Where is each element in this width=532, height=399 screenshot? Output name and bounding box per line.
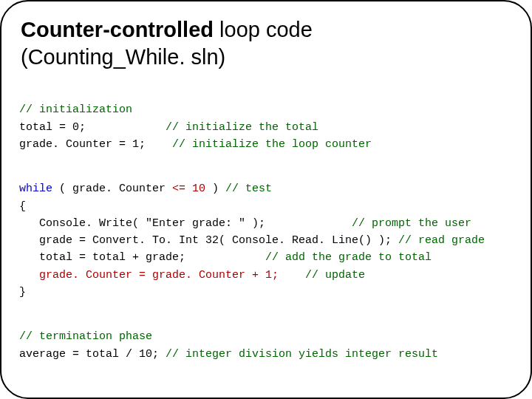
loop-read: grade = Convert. To. Int 32( Console. Re…: [19, 234, 398, 247]
term-comment: // termination phase: [19, 330, 152, 343]
slide-container: Counter-controlled loop code (Counting_W…: [0, 0, 532, 399]
title-after-bold: loop code: [214, 18, 313, 41]
code-init-block: // initialization total = 0; // initiali…: [19, 84, 513, 153]
brace-close: }: [19, 286, 26, 299]
loop-add: total = total + grade;: [19, 251, 185, 264]
code-term-block: // termination phase average = total / 1…: [19, 311, 513, 363]
while-cond-b: ): [205, 183, 225, 195]
brace-open: {: [19, 200, 26, 213]
while-keyword: while: [19, 183, 52, 195]
loop-add-comment: // add the grade to total: [265, 251, 432, 264]
term-avg-comment: // integer division yields integer resul…: [166, 348, 438, 361]
loop-write-comment: // prompt the user: [352, 217, 471, 230]
loop-read-comment: // read grade: [398, 234, 485, 247]
loop-update: grade. Counter = grade. Counter + 1;: [19, 269, 279, 282]
while-test-comment: // test: [225, 183, 272, 195]
init-total-comment: // initialize the total: [166, 121, 318, 134]
init-counter-comment: // initialize the loop counter: [172, 138, 372, 151]
while-cond-hl: <= 10: [172, 183, 205, 195]
init-comment: // initialization: [19, 103, 132, 116]
while-cond-a: ( grade. Counter: [52, 183, 172, 195]
loop-write: Console. Write( "Enter grade: " );: [19, 217, 265, 230]
init-counter: grade. Counter = 1;: [19, 138, 146, 151]
title-line2: (Counting_While. sln): [21, 45, 225, 69]
init-total: total = 0;: [19, 121, 86, 134]
title-bold: Counter-controlled: [21, 18, 214, 41]
loop-update-comment: // update: [305, 269, 365, 282]
term-avg: average = total / 10;: [19, 348, 166, 361]
slide-title: Counter-controlled loop code (Counting_W…: [21, 16, 513, 71]
code-loop-block: while ( grade. Counter <= 10 ) // test {…: [19, 163, 513, 301]
